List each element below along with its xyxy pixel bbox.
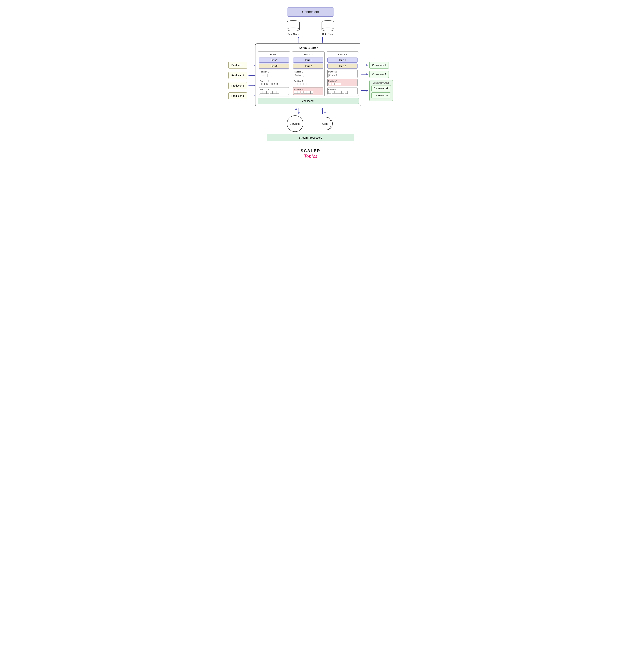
datastore-1-label: Data Store (287, 33, 299, 35)
consumer-item-2: Consumer 2 (361, 71, 389, 78)
broker-1-title: Broker 1 (259, 53, 289, 56)
cell (260, 91, 263, 94)
broker-3-p2-cells (328, 91, 357, 94)
cell: 0 (260, 83, 263, 85)
broker-3-topic-2: Topic 2 (327, 64, 358, 69)
broker-2-topic-1: Topic 1 (293, 57, 323, 62)
cell (263, 91, 266, 94)
consumer-group-item: Consumer Group Consumer 3A Consumer 3B (361, 80, 392, 101)
broker-3-partition-1: Partition 1 (327, 79, 358, 86)
broker-2-partition-0: Partition 0 Replica 1 (293, 70, 323, 78)
broker-1-partition-1: Partition 1 0 1 2 3 4 5 (259, 79, 289, 86)
cell (328, 91, 331, 94)
consumers-col: Consumer 1 Consumer 2 Consumer Group Con… (361, 43, 392, 101)
consumer-group-box: Consumer Group Consumer 3A Consumer 3B (369, 80, 392, 101)
broker-1-partition-0: Partition 0 Leader (259, 70, 289, 78)
producer-box-3: Producer 3 (229, 82, 247, 89)
consumer-box-2: Consumer 2 (369, 71, 389, 78)
broker-1-topic-2: Topic 2 (259, 64, 289, 69)
broker-3-p0-label: Partition 0 (328, 71, 357, 73)
connectors-label: Connectors (302, 10, 319, 14)
cell (266, 91, 269, 94)
datastore-2: Data Store (322, 20, 334, 35)
broker-2-partition-2: Partition 2 (293, 87, 323, 95)
broker-2-topic-2: Topic 2 (293, 64, 323, 69)
cell (294, 91, 297, 94)
producers-col: Producer 1 Producer 2 Producer 3 Produce… (229, 43, 255, 99)
broker-3: Broker 3 Topic 1 Topic 2 Partition 0 Rep… (326, 51, 359, 96)
broker-2-p0-sub: Replica 1 (294, 74, 304, 77)
broker-3-partition-0: Partition 0 Replica 2 (327, 70, 358, 78)
cell (310, 91, 313, 94)
apps-label: Apps (322, 122, 328, 125)
datastore-arrow-up (298, 37, 300, 43)
broker-1-p1-label: Partition 1 (260, 80, 288, 82)
cell (300, 91, 303, 94)
cell: 5 (276, 83, 279, 85)
cell: 3 (270, 83, 273, 85)
cell (297, 83, 300, 85)
logo-topics: Topics (304, 153, 317, 159)
brokers-row: Broker 1 Topic 1 Topic 2 Partition 0 Lea… (258, 51, 359, 96)
broker-2-p1-cells (294, 83, 322, 85)
broker-1-p0-sub: Leader (260, 74, 268, 77)
producer-item-2: Producer 2 (229, 72, 255, 79)
broker-2-partition-1: Partition 1 (293, 79, 323, 86)
producer-arrow-4 (249, 95, 255, 97)
cell: 4 (273, 83, 276, 85)
cell: 2 (266, 83, 269, 85)
services-arrow-down (298, 108, 300, 114)
logo-section: SCALER Topics (300, 149, 320, 159)
producer-item-4: Producer 4 (229, 92, 255, 99)
broker-2: Broker 2 Topic 1 Topic 2 Partition 0 Rep… (292, 51, 325, 96)
broker-3-p2-label: Partition 2 (328, 88, 357, 91)
broker-2-p2-cells (294, 91, 322, 94)
apps-arrow-down (324, 108, 326, 114)
broker-2-p2-label: Partition 2 (294, 88, 322, 91)
producer-box-1: Producer 1 (229, 62, 247, 69)
cell (307, 91, 310, 94)
cell (335, 83, 338, 85)
producer-item-3: Producer 3 (229, 82, 255, 89)
connectors-box: Connectors (287, 7, 334, 16)
datastore-1: Data Store (287, 20, 300, 35)
consumer-3a: Consumer 3A (371, 85, 390, 91)
broker-1-topic-1: Topic 1 (259, 57, 289, 62)
broker-1-p2-label: Partition 2 (260, 88, 288, 91)
cell (335, 91, 338, 94)
zookeeper-bar: Zookeeper (258, 98, 359, 104)
cell (338, 83, 341, 85)
services-arrows (295, 108, 300, 114)
broker-1-p2-cells (260, 91, 288, 94)
cell: 1 (263, 83, 266, 85)
cell (341, 91, 344, 94)
datastore-arrows-row (298, 37, 323, 43)
shapes-row: Services Apps (287, 115, 334, 132)
cell (273, 91, 276, 94)
cell (332, 83, 334, 85)
broker-1-p1-cells: 0 1 2 3 4 5 (260, 83, 288, 85)
producer-arrow-2 (249, 75, 255, 76)
apps-arrows (322, 108, 326, 114)
services-label: Services (290, 122, 300, 125)
kafka-cluster-title: Kafka Cluster (258, 46, 359, 50)
cylinder-2 (322, 20, 334, 31)
producer-arrow-1 (249, 64, 255, 66)
services-circle: Services (287, 115, 303, 132)
bottom-arrows-row (295, 108, 326, 114)
stream-processors-bar: Stream Processors (267, 134, 355, 141)
datastore-arrow-down (322, 37, 323, 43)
cell (300, 83, 303, 85)
producer-item-1: Producer 1 (229, 62, 255, 69)
cell (304, 91, 307, 94)
datastore-2-label: Data Store (322, 33, 333, 35)
consumer-3b: Consumer 3B (371, 92, 390, 98)
broker-3-p1-label: Partition 1 (328, 80, 357, 82)
consumer-arrow-2 (361, 73, 368, 75)
producer-box-4: Producer 4 (229, 92, 247, 99)
cell (338, 91, 341, 94)
consumer-arrow-1 (361, 64, 368, 66)
kafka-cluster: Kafka Cluster Broker 1 Topic 1 Topic 2 P… (255, 43, 361, 106)
cell (328, 83, 331, 85)
producer-box-2: Producer 2 (229, 72, 247, 79)
